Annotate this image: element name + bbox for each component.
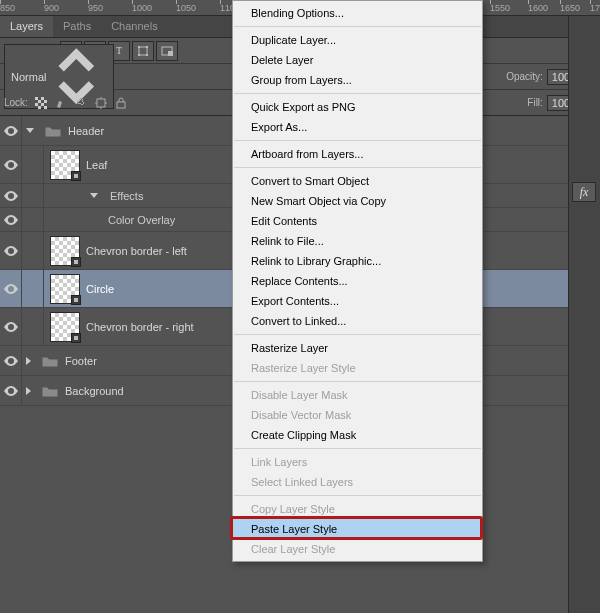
menu-item[interactable]: Delete Layer xyxy=(233,50,482,70)
fill-label: Fill: xyxy=(527,97,543,108)
menu-item[interactable]: New Smart Object via Copy xyxy=(233,191,482,211)
visibility-toggle[interactable] xyxy=(0,270,22,307)
layer-thumbnail[interactable] xyxy=(50,236,80,266)
menu-separator xyxy=(234,448,481,449)
effects-label: Effects xyxy=(110,190,143,202)
visibility-toggle[interactable] xyxy=(0,346,22,375)
filter-smart-icon[interactable] xyxy=(156,41,178,61)
expand-toggle-icon[interactable] xyxy=(26,128,34,133)
menu-item[interactable]: Convert to Smart Object xyxy=(233,171,482,191)
fx-badge[interactable]: fx xyxy=(572,182,596,202)
lock-transparency-icon[interactable] xyxy=(32,94,50,112)
menu-item[interactable]: Edit Contents xyxy=(233,211,482,231)
menu-separator xyxy=(234,381,481,382)
ruler-tick: 1050 xyxy=(176,0,196,15)
svg-rect-7 xyxy=(138,54,140,56)
visibility-toggle[interactable] xyxy=(0,116,22,145)
smart-object-badge-icon xyxy=(71,333,81,343)
menu-item[interactable]: Export As... xyxy=(233,117,482,137)
layer-name: Background xyxy=(65,385,124,397)
menu-item[interactable]: Create Clipping Mask xyxy=(233,425,482,445)
opacity-label: Opacity: xyxy=(506,71,543,82)
menu-item[interactable]: Group from Layers... xyxy=(233,70,482,90)
menu-item: Select Linked Layers xyxy=(233,472,482,492)
layer-name: Footer xyxy=(65,355,97,367)
menu-separator xyxy=(234,167,481,168)
expand-toggle-icon[interactable] xyxy=(26,357,31,365)
smart-object-badge-icon xyxy=(71,257,81,267)
lock-position-icon[interactable] xyxy=(72,94,90,112)
menu-item[interactable]: Export Contents... xyxy=(233,291,482,311)
expand-toggle-icon[interactable] xyxy=(26,387,31,395)
layer-thumbnail[interactable] xyxy=(50,150,80,180)
menu-item[interactable]: Rasterize Layer xyxy=(233,338,482,358)
svg-rect-11 xyxy=(35,97,47,109)
smart-object-badge-icon xyxy=(71,295,81,305)
ruler-tick: 950 xyxy=(88,0,103,15)
ruler-tick: 900 xyxy=(44,0,59,15)
visibility-toggle[interactable] xyxy=(0,208,22,231)
ruler-tick: 850 xyxy=(0,0,15,15)
menu-item: Clear Layer Style xyxy=(233,539,482,559)
ruler-tick: 1700 xyxy=(590,0,600,15)
lock-pixels-icon[interactable] xyxy=(52,94,70,112)
visibility-toggle[interactable] xyxy=(0,376,22,405)
ruler-tick: 1550 xyxy=(490,0,510,15)
visibility-toggle[interactable] xyxy=(0,232,22,269)
svg-rect-10 xyxy=(168,51,173,56)
layer-thumbnail[interactable] xyxy=(50,312,80,342)
tab-layers[interactable]: Layers xyxy=(0,16,53,37)
lock-label: Lock: xyxy=(4,97,28,108)
menu-item: Disable Vector Mask xyxy=(233,405,482,425)
menu-item[interactable]: Paste Layer Style xyxy=(233,519,482,539)
layer-name: Chevron border - left xyxy=(86,245,187,257)
folder-icon xyxy=(44,124,62,138)
menu-separator xyxy=(234,495,481,496)
lock-artboard-icon[interactable] xyxy=(92,94,110,112)
menu-item[interactable]: Duplicate Layer... xyxy=(233,30,482,50)
blend-mode-value: Normal xyxy=(11,71,46,83)
svg-rect-14 xyxy=(97,99,105,107)
visibility-toggle[interactable] xyxy=(0,308,22,345)
menu-item[interactable]: Relink to File... xyxy=(233,231,482,251)
menu-item: Disable Layer Mask xyxy=(233,385,482,405)
layer-name: Header xyxy=(68,125,104,137)
effect-name: Color Overlay xyxy=(108,214,175,226)
menu-item: Copy Layer Style xyxy=(233,499,482,519)
menu-item: Rasterize Layer Style xyxy=(233,358,482,378)
layer-name: Chevron border - right xyxy=(86,321,194,333)
tab-paths[interactable]: Paths xyxy=(53,16,101,37)
menu-item[interactable]: Replace Contents... xyxy=(233,271,482,291)
svg-rect-5 xyxy=(138,46,140,48)
menu-item[interactable]: Convert to Linked... xyxy=(233,311,482,331)
dock-strip: fx xyxy=(568,16,600,613)
layer-name: Circle xyxy=(86,283,114,295)
menu-item[interactable]: Artboard from Layers... xyxy=(233,144,482,164)
filter-shape-icon[interactable] xyxy=(132,41,154,61)
menu-item[interactable]: Quick Export as PNG xyxy=(233,97,482,117)
smart-object-badge-icon xyxy=(71,171,81,181)
svg-rect-8 xyxy=(146,54,148,56)
menu-separator xyxy=(234,140,481,141)
menu-item[interactable]: Blending Options... xyxy=(233,3,482,23)
layer-name: Leaf xyxy=(86,159,107,171)
menu-item[interactable]: Relink to Library Graphic... xyxy=(233,251,482,271)
visibility-toggle[interactable] xyxy=(0,146,22,183)
expand-toggle-icon[interactable] xyxy=(90,193,98,198)
svg-rect-15 xyxy=(117,102,125,108)
svg-rect-6 xyxy=(146,46,148,48)
menu-separator xyxy=(234,26,481,27)
menu-item: Link Layers xyxy=(233,452,482,472)
tab-channels[interactable]: Channels xyxy=(101,16,167,37)
svg-rect-4 xyxy=(139,47,147,55)
lock-all-icon[interactable] xyxy=(112,94,130,112)
ruler-tick: 1000 xyxy=(132,0,152,15)
menu-separator xyxy=(234,93,481,94)
folder-icon xyxy=(41,354,59,368)
layer-thumbnail[interactable] xyxy=(50,274,80,304)
ruler-tick: 1600 xyxy=(528,0,548,15)
menu-separator xyxy=(234,334,481,335)
context-menu: Blending Options...Duplicate Layer...Del… xyxy=(232,0,483,562)
visibility-toggle[interactable] xyxy=(0,184,22,207)
ruler-tick: 1650 xyxy=(560,0,580,15)
